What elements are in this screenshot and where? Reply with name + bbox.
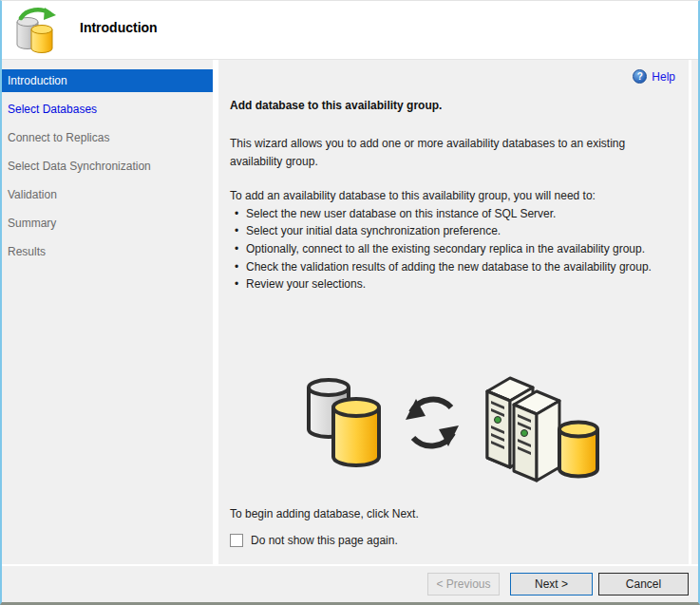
wizard-body: Introduction Select Databases Connect to…	[2, 60, 698, 564]
page-title: Introduction	[80, 20, 158, 35]
sync-arrows-icon	[406, 399, 459, 446]
steps-list: Select the new user database on this ins…	[230, 207, 675, 293]
sidebar-item-introduction[interactable]: Introduction	[2, 69, 213, 92]
help-icon: ?	[633, 69, 647, 84]
wizard-steps-sidebar: Introduction Select Databases Connect to…	[2, 60, 213, 564]
sidebar-item-results: Results	[2, 240, 213, 263]
step-list-item: Check the validation results of adding t…	[230, 260, 675, 275]
wizard-button-bar: < Previous Next > Cancel	[2, 564, 698, 602]
help-link[interactable]: ? Help	[633, 69, 675, 84]
content-right-gutter	[689, 60, 698, 564]
steps-intro-text: To add an availability database to this …	[230, 189, 675, 204]
availability-database-sync-icon	[13, 7, 57, 54]
cancel-button[interactable]: Cancel	[598, 573, 689, 596]
help-link-label: Help	[652, 70, 675, 84]
next-button[interactable]: Next >	[510, 573, 593, 596]
do-not-show-label[interactable]: Do not show this page again.	[251, 534, 398, 547]
sidebar-item-connect-to-replicas: Connect to Replicas	[2, 126, 213, 149]
wizard-header: Introduction	[2, 1, 698, 60]
introduction-page-content: ? Help Add database to this availability…	[218, 60, 689, 564]
server-pair-icon	[487, 378, 597, 481]
step-list-item: Select your initial data synchronization…	[230, 224, 675, 239]
step-list-item: Review your selections.	[230, 277, 675, 293]
sidebar-item-select-data-synchronization: Select Data Synchronization	[2, 155, 213, 178]
sidebar-item-summary: Summary	[2, 212, 213, 235]
step-list-item: Optionally, connect to all the existing …	[230, 242, 675, 257]
previous-button[interactable]: < Previous	[427, 573, 500, 596]
database-pair-icon	[309, 380, 379, 465]
sidebar-item-select-databases[interactable]: Select Databases	[2, 98, 213, 121]
wizard-window: Introduction Introduction Select Databas…	[0, 0, 700, 605]
step-list-item: Select the new user database on this ins…	[230, 207, 675, 222]
do-not-show-row: Do not show this page again.	[230, 534, 675, 547]
page-heading: Add database to this availability group.	[230, 99, 675, 112]
intro-paragraph: This wizard allows you to add one or mor…	[230, 135, 675, 170]
databases-sync-servers-graphic	[301, 367, 605, 488]
begin-instruction-text: To begin adding database, click Next.	[230, 507, 675, 520]
do-not-show-checkbox[interactable]	[230, 534, 243, 547]
sidebar-item-validation: Validation	[2, 183, 213, 206]
